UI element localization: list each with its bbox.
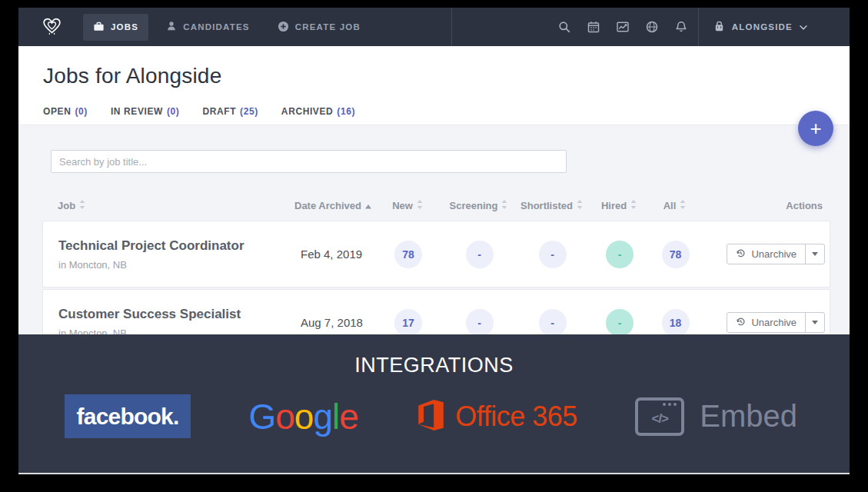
screening-count-cell: - [443,309,516,337]
actions-cell: Unarchive [700,312,830,333]
unarchive-dropdown-toggle[interactable] [805,313,824,332]
office-box-icon [416,399,445,434]
job-location: in Moncton, NB [58,259,285,271]
bell-icon[interactable] [675,21,687,33]
hired-count-cell: - [589,241,650,268]
table-header-row: Job Date Archived New Screening [42,194,830,216]
tab-count: (0) [167,106,179,117]
sort-icon [79,200,85,211]
count-badge[interactable]: - [466,309,494,337]
integrations-panel: INTEGRATIONS facebook. Google Office 365 [18,334,850,473]
nav-label: JOBS [111,22,138,32]
column-header-hired[interactable]: Hired [588,200,650,211]
nav-item-jobs[interactable]: JOBS [83,14,148,41]
column-header-shortlisted[interactable]: Shortlisted [515,200,588,211]
sort-asc-icon [365,200,371,211]
column-header-actions: Actions [700,200,830,211]
count-badge-hired[interactable]: - [606,241,634,268]
job-cell: Customer Success Specialist in Moncton, … [43,307,285,337]
embed-integration[interactable]: </> Embed [635,397,797,436]
embed-window-icon: </> [635,397,684,436]
sort-icon [630,200,637,211]
screenshot-stage: JOBS CANDIDATES CREATE JOB [0,0,868,492]
sort-icon [577,200,583,211]
tab-label: OPEN [43,106,71,117]
date-archived-cell: Aug 7, 2018 [285,316,374,329]
unarchive-dropdown-toggle[interactable] [805,244,824,264]
heart-logo-icon [42,16,62,38]
job-cell: Technical Project Coordinator in Moncton… [43,238,285,271]
new-count-cell: 17 [374,309,443,337]
nav-label: CANDIDATES [183,22,250,32]
analytics-chart-icon[interactable] [617,21,629,33]
google-letter: l [332,397,339,437]
google-logo[interactable]: Google [248,396,358,437]
all-count-cell: 18 [650,309,700,337]
count-badge[interactable]: - [539,309,567,337]
restore-icon [736,248,746,261]
count-badge-hired[interactable]: - [606,309,634,337]
unarchive-label: Unarchive [751,248,796,260]
job-title-link[interactable]: Technical Project Coordinator [58,238,285,254]
person-icon [166,21,177,33]
search-icon[interactable] [558,21,570,33]
navbar-right: ALONGSIDE [558,8,807,46]
code-icon: </> [651,411,668,427]
tab-label: DRAFT [202,106,236,117]
facebook-logo[interactable]: facebook. [65,394,191,438]
column-header-screening[interactable]: Screening [442,200,515,211]
column-header-all[interactable]: All [650,200,700,211]
add-job-fab-button[interactable]: + [798,111,833,146]
sort-icon [417,200,423,211]
column-header-date-archived[interactable]: Date Archived [284,200,373,211]
count-badge[interactable]: 18 [662,309,690,337]
sort-icon [501,200,507,211]
count-badge[interactable]: 17 [394,309,422,337]
tab-label: ARCHIVED [281,106,333,117]
tab-label: IN REVIEW [111,106,163,117]
integration-logos-row: facebook. Google Office 365 </> Em [18,394,850,438]
nav-item-candidates[interactable]: CANDIDATES [156,14,260,40]
count-badge[interactable]: 78 [394,241,422,268]
app-window: JOBS CANDIDATES CREATE JOB [18,8,850,474]
unarchive-label: Unarchive [751,317,796,328]
page-header: Jobs for Alongside OPEN (0) IN REVIEW (0… [18,46,850,125]
plus-circle-icon [278,21,289,34]
calendar-icon[interactable] [587,21,600,33]
table-row: Customer Success Specialist in Moncton, … [42,289,830,336]
hired-count-cell: - [589,309,650,337]
navbar-icon-group [558,21,687,33]
organization-icon [713,21,725,34]
shortlisted-count-cell: - [516,241,589,268]
account-menu[interactable]: ALONGSIDE [713,21,807,34]
google-letter: g [313,397,332,437]
tab-count: (25) [240,106,258,117]
unarchive-button[interactable]: Unarchive [727,313,805,332]
column-header-job[interactable]: Job [42,200,284,211]
date-archived-cell: Feb 4, 2019 [285,248,374,261]
tab-count: (16) [337,106,355,117]
unarchive-split-button: Unarchive [727,244,825,264]
column-header-new[interactable]: New [373,200,442,211]
briefcase-icon [93,21,105,34]
navbar-divider [698,8,699,46]
facebook-logo-text: facebook. [77,404,179,430]
globe-icon[interactable] [646,21,658,33]
google-letter: o [275,397,294,437]
nav-item-create-job[interactable]: CREATE JOB [268,14,371,41]
job-title-link[interactable]: Customer Success Specialist [58,307,285,322]
unarchive-button[interactable]: Unarchive [727,244,805,264]
office-365-logo[interactable]: Office 365 [416,399,577,434]
table-row: Technical Project Coordinator in Moncton… [42,221,830,288]
account-name: ALONGSIDE [732,22,793,32]
count-badge[interactable]: - [466,241,494,268]
navbar-divider [451,8,452,46]
jobs-table: Job Date Archived New Screening [42,194,830,336]
google-letter: G [248,397,275,437]
count-badge[interactable]: - [539,241,567,268]
count-badge[interactable]: 78 [662,241,690,268]
alongside-logo[interactable] [42,16,62,38]
search-input[interactable] [51,150,567,173]
new-count-cell: 78 [374,241,443,268]
actions-cell: Unarchive [700,244,830,264]
